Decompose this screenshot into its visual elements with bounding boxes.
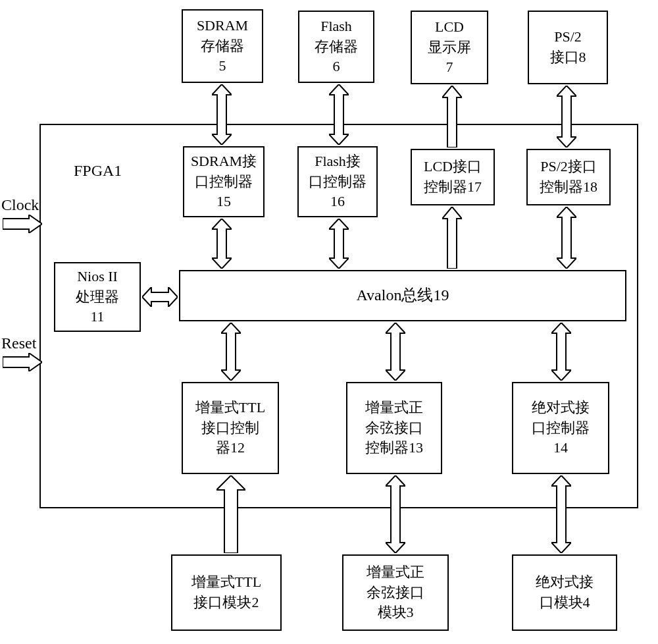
ps2-controller: PS/2接口控制器18 <box>526 149 611 205</box>
reset-label: Reset <box>1 335 36 352</box>
nios-bus-arrow <box>142 287 178 307</box>
reset-arrow <box>3 353 42 371</box>
sdram-controller: SDRAM接口控制器15 <box>183 146 265 217</box>
abs-module: 绝对式接口模块4 <box>512 554 617 631</box>
lcd-controller: LCD接口控制器17 <box>411 149 495 205</box>
flash-ext-arrow <box>329 84 349 145</box>
sincos-ext-arrow <box>386 475 405 553</box>
clock-label: Clock <box>1 196 39 214</box>
sdram-memory: SDRAM存储器5 <box>182 9 263 83</box>
ps2-bus-arrow <box>557 207 576 269</box>
ttl-bus-arrow <box>221 323 241 381</box>
avalon-bus: Avalon总线19 <box>179 270 626 321</box>
flash-memory: Flash存储器6 <box>298 11 374 83</box>
sincos-bus-arrow <box>386 323 405 381</box>
flash-controller: Flash接口控制器16 <box>297 146 378 217</box>
fpga-label: FPGA1 <box>74 162 122 180</box>
lcd-display: LCD显示屏7 <box>411 11 488 84</box>
abs-controller: 绝对式接口控制器14 <box>512 382 609 474</box>
lcd-bus-arrow <box>442 207 462 269</box>
abs-ext-arrow <box>551 475 571 553</box>
flash-bus-arrow <box>329 219 349 269</box>
nios-processor: Nios II处理器11 <box>54 262 141 332</box>
sdram-bus-arrow <box>212 219 232 269</box>
abs-bus-arrow <box>551 323 571 381</box>
lcd-ext-arrow <box>442 86 462 148</box>
ttl-module: 增量式TTL接口模块2 <box>171 554 282 631</box>
ps2-port: PS/2接口8 <box>528 11 608 84</box>
ttl-controller: 增量式TTL接口控制器12 <box>182 382 279 474</box>
sincos-controller: 增量式正余弦接口控制器13 <box>346 382 442 474</box>
sdram-ext-arrow <box>212 84 232 145</box>
sincos-module: 增量式正余弦接口模块3 <box>342 554 449 631</box>
ttl-ext-arrow <box>216 475 245 553</box>
clock-arrow <box>3 215 42 233</box>
ps2-ext-arrow <box>557 86 576 148</box>
